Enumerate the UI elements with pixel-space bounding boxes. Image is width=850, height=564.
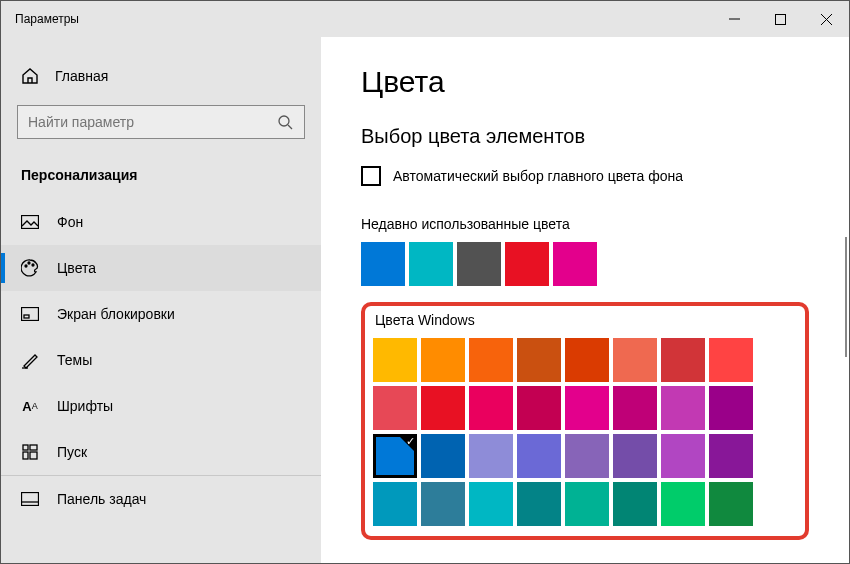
recent-color-swatch[interactable] <box>457 242 501 286</box>
color-swatch[interactable] <box>469 338 513 382</box>
sidebar-item-lockscreen[interactable]: Экран блокировки <box>1 291 321 337</box>
color-swatch[interactable] <box>517 434 561 478</box>
recent-color-swatch[interactable] <box>361 242 405 286</box>
color-row <box>373 386 797 430</box>
color-swatch[interactable] <box>613 338 657 382</box>
font-icon: AA <box>21 397 39 415</box>
svg-rect-13 <box>23 445 28 450</box>
search-input[interactable] <box>17 105 305 139</box>
sidebar-item-label: Экран блокировки <box>57 306 175 322</box>
svg-point-9 <box>32 264 34 266</box>
svg-rect-17 <box>22 492 39 505</box>
color-swatch[interactable] <box>517 386 561 430</box>
auto-color-checkbox[interactable] <box>361 166 381 186</box>
home-label: Главная <box>55 68 108 84</box>
recent-colors-label: Недавно использованные цвета <box>361 216 809 232</box>
svg-rect-14 <box>30 445 37 450</box>
lockscreen-icon <box>21 305 39 323</box>
color-swatch[interactable] <box>661 482 705 526</box>
color-swatch[interactable] <box>421 434 465 478</box>
search-field[interactable] <box>28 114 276 130</box>
start-icon <box>21 443 39 461</box>
color-swatch[interactable] <box>373 482 417 526</box>
section-heading: Выбор цвета элементов <box>361 125 809 148</box>
sidebar-item-colors[interactable]: Цвета <box>1 245 321 291</box>
nav: Фон Цвета Экран блокировки Темы AA Шрифт… <box>1 199 321 521</box>
svg-point-4 <box>279 116 289 126</box>
svg-rect-11 <box>24 315 29 318</box>
content: Цвета Выбор цвета элементов Автоматическ… <box>321 37 849 563</box>
sidebar-item-label: Шрифты <box>57 398 113 414</box>
titlebar: Параметры <box>1 1 849 37</box>
sidebar-item-themes[interactable]: Темы <box>1 337 321 383</box>
color-swatch[interactable] <box>421 482 465 526</box>
picture-icon <box>21 213 39 231</box>
color-swatch[interactable] <box>613 386 657 430</box>
home-link[interactable]: Главная <box>1 61 321 91</box>
windows-colors-grid: ✓ <box>373 338 797 526</box>
svg-rect-15 <box>23 452 28 459</box>
recent-color-swatch[interactable] <box>409 242 453 286</box>
color-swatch[interactable] <box>421 386 465 430</box>
color-swatch[interactable] <box>565 338 609 382</box>
color-swatch[interactable] <box>613 482 657 526</box>
color-swatch[interactable] <box>565 434 609 478</box>
sidebar-item-fonts[interactable]: AA Шрифты <box>1 383 321 429</box>
sidebar-item-start[interactable]: Пуск <box>1 429 321 475</box>
sidebar-item-background[interactable]: Фон <box>1 199 321 245</box>
color-row <box>373 482 797 526</box>
recent-color-swatch[interactable] <box>505 242 549 286</box>
palette-icon <box>21 259 39 277</box>
color-swatch[interactable] <box>661 386 705 430</box>
sidebar-item-taskbar[interactable]: Панель задач <box>1 475 321 521</box>
sidebar-item-label: Панель задач <box>57 491 146 507</box>
color-swatch[interactable] <box>709 338 753 382</box>
color-row <box>373 338 797 382</box>
color-row: ✓ <box>373 434 797 478</box>
sidebar-item-label: Цвета <box>57 260 96 276</box>
color-swatch[interactable] <box>565 482 609 526</box>
sidebar-item-label: Пуск <box>57 444 87 460</box>
scrollbar[interactable] <box>845 237 847 357</box>
color-swatch[interactable]: ✓ <box>373 434 417 478</box>
windows-colors-label: Цвета Windows <box>373 312 797 328</box>
color-swatch[interactable] <box>469 482 513 526</box>
window-title: Параметры <box>15 12 79 26</box>
color-swatch[interactable] <box>517 482 561 526</box>
windows-colors-highlight: Цвета Windows ✓ <box>361 302 809 540</box>
svg-line-5 <box>288 125 292 129</box>
auto-color-label: Автоматический выбор главного цвета фона <box>393 168 683 184</box>
svg-point-8 <box>28 262 30 264</box>
settings-window: Параметры Главная Пе <box>0 0 850 564</box>
body: Главная Персонализация Фон Цве <box>1 37 849 563</box>
taskbar-icon <box>21 490 39 508</box>
recent-color-swatch[interactable] <box>553 242 597 286</box>
color-swatch[interactable] <box>709 434 753 478</box>
svg-rect-16 <box>30 452 37 459</box>
color-swatch[interactable] <box>709 482 753 526</box>
color-swatch[interactable] <box>517 338 561 382</box>
color-swatch[interactable] <box>373 386 417 430</box>
brush-icon <box>21 351 39 369</box>
svg-rect-6 <box>22 216 39 229</box>
color-swatch[interactable] <box>613 434 657 478</box>
color-swatch[interactable] <box>565 386 609 430</box>
close-button[interactable] <box>803 1 849 37</box>
color-swatch[interactable] <box>709 386 753 430</box>
window-controls <box>711 1 849 37</box>
search-container <box>1 91 321 147</box>
color-swatch[interactable] <box>373 338 417 382</box>
auto-color-row[interactable]: Автоматический выбор главного цвета фона <box>361 166 809 186</box>
minimize-button[interactable] <box>711 1 757 37</box>
svg-point-7 <box>25 265 27 267</box>
color-swatch[interactable] <box>469 386 513 430</box>
maximize-button[interactable] <box>757 1 803 37</box>
page-title: Цвета <box>361 65 809 99</box>
color-swatch[interactable] <box>421 338 465 382</box>
home-icon <box>21 67 39 85</box>
color-swatch[interactable] <box>469 434 513 478</box>
color-swatch[interactable] <box>661 338 705 382</box>
color-swatch[interactable] <box>661 434 705 478</box>
sidebar-item-label: Темы <box>57 352 92 368</box>
sidebar: Главная Персонализация Фон Цве <box>1 37 321 563</box>
